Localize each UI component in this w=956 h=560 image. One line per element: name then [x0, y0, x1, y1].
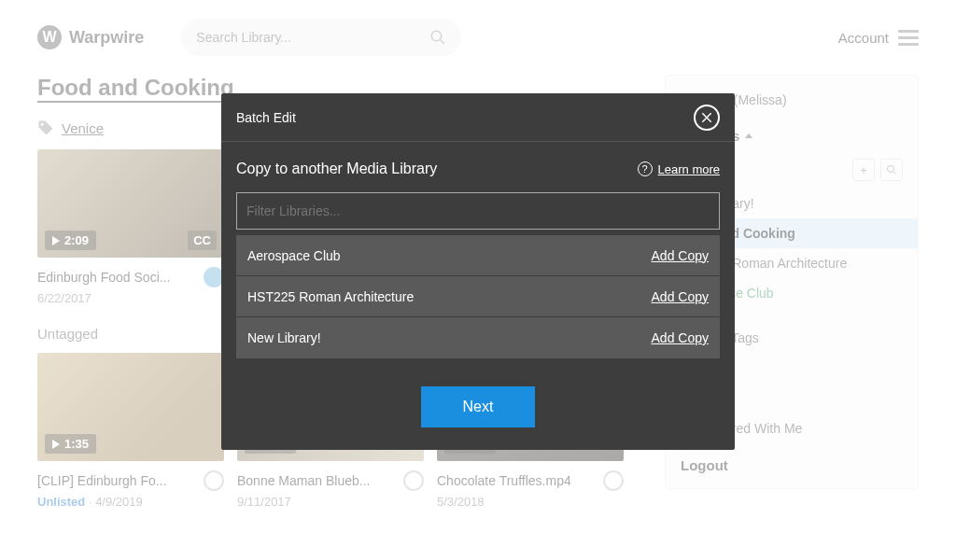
- library-row: HST225 Roman Architecture Add Copy: [236, 276, 720, 317]
- filter-libraries-input[interactable]: [236, 192, 720, 230]
- add-copy-button[interactable]: Add Copy: [652, 289, 709, 304]
- modal-overlay: Batch Edit Copy to another Media Library…: [0, 0, 956, 560]
- add-copy-button[interactable]: Add Copy: [652, 330, 709, 345]
- modal-subtitle: Copy to another Media Library: [236, 161, 437, 177]
- batch-edit-modal: Batch Edit Copy to another Media Library…: [221, 93, 735, 450]
- learn-more-link[interactable]: Learn more: [658, 162, 720, 176]
- library-name: HST225 Roman Architecture: [247, 289, 414, 304]
- close-button[interactable]: [694, 105, 720, 131]
- library-name: New Library!: [247, 330, 321, 345]
- next-button[interactable]: Next: [421, 386, 535, 427]
- modal-title: Batch Edit: [236, 110, 296, 125]
- library-name: Aerospace Club: [247, 248, 341, 263]
- add-copy-button[interactable]: Add Copy: [652, 248, 709, 263]
- library-row: Aerospace Club Add Copy: [236, 235, 720, 276]
- help-icon[interactable]: ?: [638, 161, 653, 176]
- library-row: New Library! Add Copy: [236, 317, 720, 358]
